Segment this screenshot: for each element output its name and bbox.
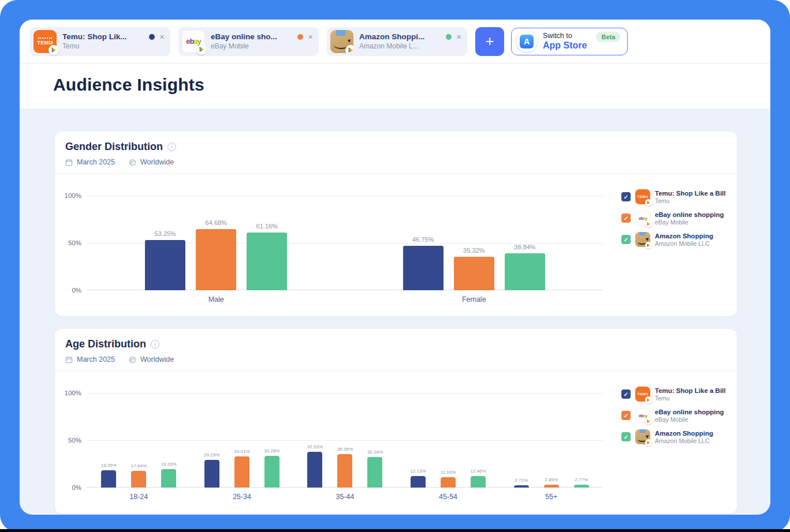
bar-value-label: 2.77% [575, 477, 588, 482]
checkbox-checked[interactable]: ✓ [621, 235, 631, 244]
bar-value-label: 17.64% [131, 463, 147, 469]
gender-distribution-card: Gender Distribution i March 2025 Worldwi… [55, 132, 737, 316]
legend-item-amazon[interactable]: ✓ Amazon ShoppingAmazon Mobile LLC [621, 429, 729, 444]
add-app-button[interactable]: + [475, 27, 504, 56]
legend-app-name: Temu: Shop Like a Billio... [655, 190, 725, 197]
bar-value-label: 37.53% [307, 444, 323, 449]
legend-app-name: eBay online shopping & ... [655, 211, 725, 218]
bar-group-Male: 53.25%64.68%61.16% [87, 229, 345, 290]
bar[interactable]: 53.25% [145, 240, 185, 290]
checkbox-checked[interactable]: ✓ [621, 213, 631, 223]
legend-app-name: Amazon Shopping [655, 430, 713, 437]
google-play-badge-icon [645, 220, 652, 227]
bar[interactable]: 12.13% [411, 476, 426, 488]
legend-app-name: eBay online shopping & ... [655, 409, 725, 415]
checkbox-checked[interactable]: ✓ [621, 432, 631, 441]
legend-item-temu[interactable]: ✓ TEMU Temu: Shop Like a Billio...Temu [621, 387, 729, 402]
checkbox-checked[interactable]: ✓ [621, 192, 631, 201]
card-title: Gender Distribution [65, 141, 163, 153]
y-tick-label: 50% [68, 239, 81, 246]
google-play-badge-icon [645, 418, 652, 425]
close-icon[interactable]: × [308, 32, 313, 41]
x-tick-label: 55+ [500, 493, 603, 501]
bar[interactable]: 11.16% [441, 477, 456, 488]
tab-subtitle: Temu [62, 42, 165, 50]
bar-value-label: 64.68% [206, 219, 227, 226]
switch-to-app-store-button[interactable]: A Switch to App Store Beta [511, 28, 628, 55]
temu-app-icon: TEMU [33, 30, 57, 53]
age-chart-plot: 18.35%17.64%19.33%29.29%33.01%33.28%37.5… [87, 393, 603, 488]
bar-value-label: 35.32% [463, 247, 485, 254]
bar-value-label: 19.33% [161, 462, 177, 467]
bar[interactable]: 38.84% [505, 253, 545, 290]
bar-value-label: 35.35% [337, 447, 353, 452]
bar[interactable]: 2.77% [574, 485, 589, 488]
bar[interactable]: 12.46% [471, 476, 486, 488]
app-tab-ebay[interactable]: ebay eBay online sho... × eBay Mobile [178, 27, 319, 56]
close-icon[interactable]: × [456, 32, 461, 41]
legend-app-name: Temu: Shop Like a Billio... [655, 387, 725, 394]
switch-button-text: Switch to App Store [543, 32, 587, 51]
bar[interactable]: 64.68% [196, 229, 236, 290]
bar[interactable]: 35.32% [454, 257, 494, 290]
app-tab-amazon[interactable]: Amazon Shoppi... × Amazon Mobile L... [327, 27, 467, 56]
globe-icon [129, 159, 136, 166]
bar-value-label: 53.25% [155, 230, 176, 237]
y-axis-labels: 0%50%100% [55, 196, 87, 290]
info-icon[interactable]: i [151, 340, 159, 349]
bar-value-label: 12.13% [411, 469, 426, 474]
card-header: Age Distribution i March 2025 Worldwide [55, 329, 737, 370]
bar[interactable]: 18.35% [101, 470, 116, 488]
card-title: Age Distribution [65, 338, 146, 350]
ebay-app-icon: ebay [182, 30, 205, 53]
gender-chart: 0%50%100% 53.25%64.68%61.16%46.75%35.32%… [55, 174, 621, 316]
tab-title: Amazon Shoppi... [359, 32, 441, 41]
bar-value-label: 38.84% [514, 243, 535, 250]
ebay-icon-word: ebay [186, 37, 201, 46]
bar-value-label: 61.16% [256, 223, 278, 230]
card-filters: March 2025 Worldwide [65, 355, 725, 364]
y-tick-label: 0% [72, 484, 81, 491]
bar[interactable]: 2.71% [514, 485, 529, 488]
bar[interactable]: 35.35% [337, 454, 352, 488]
x-tick-label: 45-54 [397, 493, 500, 501]
screen-bottom-edge [0, 529, 790, 532]
legend-item-amazon[interactable]: ✓ Amazon ShoppingAmazon Mobile LLC [621, 232, 729, 247]
bar[interactable]: 2.85% [544, 485, 559, 488]
content-area: Gender Distribution i March 2025 Worldwi… [20, 108, 770, 514]
bar[interactable]: 33.28% [264, 456, 280, 488]
bar-value-label: 29.29% [204, 452, 219, 458]
bar[interactable]: 33.01% [234, 456, 249, 488]
legend-publisher: Amazon Mobile LLC [655, 437, 713, 444]
bar[interactable]: 29.29% [204, 460, 219, 488]
info-icon[interactable]: i [167, 143, 176, 151]
beta-badge: Beta [596, 32, 620, 42]
checkbox-checked[interactable]: ✓ [621, 389, 631, 399]
card-filters: March 2025 Worldwide [65, 158, 725, 166]
tab-title: eBay online sho... [211, 32, 293, 41]
region-label: Worldwide [140, 355, 174, 364]
legend-item-temu[interactable]: ✓ TEMU Temu: Shop Like a Billio...Temu [621, 189, 729, 204]
app-compare-topbar: TEMU Temu: Shop Lik... × Temu ebay eBay … [20, 20, 770, 63]
x-tick-label: Male [87, 295, 345, 304]
legend-item-ebay[interactable]: ✓ ebay eBay online shopping & ...eBay Mo… [621, 408, 729, 423]
app-tab-temu[interactable]: TEMU Temu: Shop Lik... × Temu [30, 27, 170, 56]
series-color-dot [297, 34, 303, 40]
legend-item-ebay[interactable]: ✓ ebay eBay online shopping & ...eBay Mo… [621, 211, 729, 226]
bar-value-label: 18.35% [101, 463, 117, 468]
bar[interactable]: 17.64% [131, 471, 146, 488]
amazon-app-icon [330, 30, 353, 53]
legend-publisher: Amazon Mobile LLC [655, 240, 713, 247]
tab-subtitle: eBay Mobile [211, 42, 313, 50]
bar-value-label: 33.28% [264, 448, 280, 454]
bar[interactable]: 61.16% [247, 233, 287, 290]
bar-value-label: 33.01% [234, 449, 249, 454]
bar[interactable]: 19.33% [161, 469, 176, 488]
bar[interactable]: 32.16% [367, 457, 382, 488]
checkbox-checked[interactable]: ✓ [621, 411, 631, 420]
close-icon[interactable]: × [159, 32, 165, 41]
bar[interactable]: 37.53% [307, 452, 322, 488]
bar[interactable]: 46.75% [403, 246, 444, 290]
google-play-badge-icon [645, 396, 652, 403]
y-tick-label: 100% [65, 389, 81, 396]
